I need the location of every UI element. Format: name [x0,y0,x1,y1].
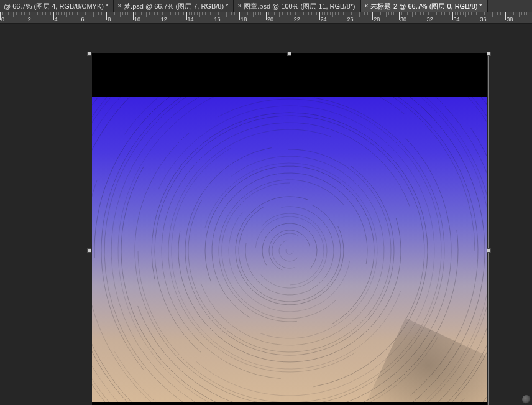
close-icon[interactable]: × [365,3,369,9]
transform-handle-middle-left[interactable] [87,248,91,253]
close-icon[interactable]: × [117,3,121,9]
transform-handle-top-left[interactable] [87,52,91,56]
document-tab-bar: @ 66.7% (图层 4, RGB/8/CMYK) * × 梦.psd @ 6… [0,0,532,12]
horizontal-ruler[interactable]: 0246810121416182022242628303234363840 [0,12,532,24]
transform-handle-middle-right[interactable] [487,248,491,253]
transform-handle-top-center[interactable] [287,52,291,56]
document-tab[interactable]: @ 66.7% (图层 4, RGB/8/CMYK) * [0,0,114,12]
tab-label: @ 66.7% (图层 4, RGB/8/CMYK) * [4,0,108,12]
document-tab-active[interactable]: × 未标题-2 @ 66.7% (图层 0, RGB/8) * [361,0,488,12]
transform-bounding-box[interactable] [89,54,489,405]
close-icon[interactable]: × [237,3,241,9]
document-tab[interactable]: × 梦.psd @ 66.7% (图层 7, RGB/8) * [114,0,234,12]
document-tab[interactable]: × 图章.psd @ 100% (图层 11, RGB/8*) [234,0,360,12]
tab-label: 梦.psd @ 66.7% (图层 7, RGB/8) * [124,0,228,12]
canvas-scroll-indicator[interactable] [522,395,531,404]
transform-handle-top-right[interactable] [487,52,491,56]
workspace[interactable] [0,24,532,405]
tab-label: 未标题-2 @ 66.7% (图层 0, RGB/8) * [370,0,482,12]
tab-label: 图章.psd @ 100% (图层 11, RGB/8*) [244,0,355,12]
